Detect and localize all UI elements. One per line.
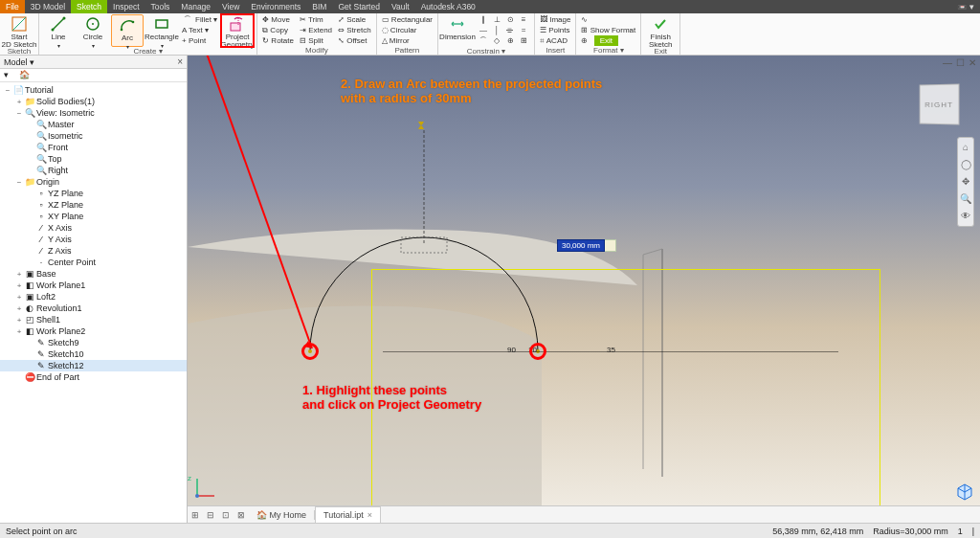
menu-getstarted[interactable]: Get Started <box>332 0 385 13</box>
menu-bim[interactable]: BIM <box>306 0 332 13</box>
tree-node[interactable]: ·Center Point <box>0 257 187 268</box>
canvas-area[interactable]: 90 10 35 30,000 mm 2. Draw an Arc betwee… <box>188 56 980 523</box>
points-button[interactable]: ☰ Points <box>538 25 572 35</box>
tree-node[interactable]: ▫XY Plane <box>0 211 187 222</box>
stretch-button[interactable]: ⇔ Stretch <box>336 25 373 35</box>
tree-node[interactable]: ⛔End of Part <box>0 371 187 383</box>
tree-node[interactable]: 🔍Master <box>0 119 187 130</box>
mirror-button[interactable]: △ Mirror <box>380 35 434 46</box>
rectangle-button[interactable]: Rectangle▾ <box>145 14 178 47</box>
tree-node[interactable]: ∕Z Axis <box>0 245 187 257</box>
filter-icon[interactable]: ▾ <box>4 70 15 81</box>
circ-pattern-button[interactable]: ◌ Circular <box>380 25 434 35</box>
rotate-button[interactable]: ↻ Rotate <box>260 35 296 46</box>
menu-file[interactable]: File <box>0 0 25 13</box>
tree-node[interactable]: ✎Sketch12 <box>0 360 187 371</box>
split-button[interactable]: ⊟ Split <box>298 35 334 46</box>
tab-close-icon[interactable]: × <box>368 510 372 520</box>
tree-node[interactable]: +▣Loft2 <box>0 291 187 303</box>
constr-row3[interactable]: ⌒◇⊕⊞ <box>476 35 531 46</box>
inventor-logo-icon[interactable] <box>955 482 974 502</box>
navigation-bar[interactable]: ⌂ ◯ ✥ 🔍 👁 <box>957 137 974 227</box>
tree-node[interactable]: −📁Origin <box>0 176 187 188</box>
tree-node[interactable]: 🔍Right <box>0 165 187 176</box>
fillet-button[interactable]: ⌒Fillet ▾ <box>180 14 219 25</box>
tree-node[interactable]: +◐Revolution1 <box>0 303 187 314</box>
menu-options[interactable]: 📼 ▾ <box>951 0 980 13</box>
vt-icon-2[interactable]: ⊟ <box>203 510 218 520</box>
menu-a360[interactable]: Autodesk A360 <box>415 0 481 13</box>
annotation-point-2 <box>529 343 546 360</box>
assy-icon[interactable]: 🏠 <box>19 70 31 81</box>
nav-look-icon[interactable]: 👁 <box>960 211 971 222</box>
exit-format-button[interactable]: Exit <box>594 35 618 46</box>
tree-node[interactable]: −🔍View: Isometric <box>0 107 187 119</box>
tree-node[interactable]: ▫YZ Plane <box>0 188 187 199</box>
browser-title[interactable]: Model ▾ <box>4 57 34 67</box>
tree-node[interactable]: ✎Sketch10 <box>0 348 187 360</box>
rect-pattern-button[interactable]: ▭ Rectangular <box>380 14 434 25</box>
model-tree[interactable]: −📄Tutorial+📁Solid Bodies(1)−🔍View: Isome… <box>0 82 187 523</box>
tree-node[interactable]: 🔍Front <box>0 142 187 153</box>
vt-icon-4[interactable]: ⊠ <box>234 510 249 520</box>
line-button[interactable]: Line▾ <box>42 14 75 47</box>
start-2d-sketch-button[interactable]: Start 2D Sketch <box>3 14 35 47</box>
maximize-icon[interactable]: ☐ <box>956 57 965 68</box>
tree-node[interactable]: −📄Tutorial <box>0 84 187 96</box>
constr-row1[interactable]: ∥⊥⊙≡ <box>476 14 531 25</box>
fmt3-button[interactable]: ⊕ Exit <box>579 35 637 46</box>
tree-node[interactable]: +◧Work Plane1 <box>0 280 187 291</box>
dimension-value[interactable]: 30,000 mm <box>557 239 605 252</box>
browser-close-icon[interactable]: × <box>177 56 183 67</box>
nav-zoom-icon[interactable]: 🔍 <box>960 193 971 205</box>
trim-button[interactable]: ✂ Trim <box>298 14 334 25</box>
menu-vault[interactable]: Vault <box>386 0 415 13</box>
tab-home[interactable]: 🏠 My Home <box>249 510 315 520</box>
point-button[interactable]: + Point <box>180 35 219 46</box>
menu-sketch[interactable]: Sketch <box>71 0 107 13</box>
nav-orbit-icon[interactable]: ◯ <box>960 159 971 170</box>
text-button[interactable]: A Text ▾ <box>180 25 219 35</box>
tree-node[interactable]: +◰Shell1 <box>0 314 187 325</box>
tree-node[interactable]: ▫XZ Plane <box>0 199 187 211</box>
tree-node[interactable]: 🔍Isometric <box>0 130 187 142</box>
dimension-spinner[interactable] <box>605 239 616 252</box>
offset-button[interactable]: ⤡ Offset <box>336 35 373 46</box>
tree-node[interactable]: +📁Solid Bodies(1) <box>0 96 187 107</box>
tree-node[interactable]: +◧Work Plane2 <box>0 325 187 337</box>
menu-3dmodel[interactable]: 3D Model <box>25 0 71 13</box>
tree-node[interactable]: ✎Sketch9 <box>0 337 187 348</box>
dimension-input[interactable]: 30,000 mm <box>557 239 616 252</box>
viewcube[interactable]: RIGHT <box>920 83 960 124</box>
constr-row2[interactable]: —│⌯= <box>476 25 531 35</box>
showformat-button[interactable]: ⊞ Show Format <box>579 25 637 35</box>
move-button[interactable]: ✥ Move <box>260 14 296 25</box>
tree-node[interactable]: ∕X Axis <box>0 222 187 234</box>
nav-pan-icon[interactable]: ✥ <box>960 176 971 188</box>
fmt1-button[interactable]: ∿ <box>579 14 637 25</box>
arc-button[interactable]: Arc▾ <box>111 14 144 47</box>
tab-document[interactable]: Tutorial.ipt× <box>315 506 381 523</box>
menu-tools[interactable]: Tools <box>145 0 176 13</box>
menu-inspect[interactable]: Inspect <box>107 0 145 13</box>
finish-sketch-button[interactable]: Finish Sketch <box>644 14 677 47</box>
menu-view[interactable]: View <box>216 0 245 13</box>
extend-button[interactable]: ⇥ Extend <box>298 25 334 35</box>
vt-icon-1[interactable]: ⊞ <box>188 510 203 520</box>
nav-home-icon[interactable]: ⌂ <box>960 142 971 153</box>
acad-button[interactable]: ⌗ ACAD <box>538 35 572 46</box>
scale-button[interactable]: ⤢ Scale <box>336 14 373 25</box>
close-icon[interactable]: ✕ <box>969 57 976 68</box>
menu-environments[interactable]: Environments <box>245 0 306 13</box>
minimize-icon[interactable]: — <box>943 57 952 68</box>
project-geometry-button[interactable]: Project Geometry <box>221 14 254 47</box>
tree-node[interactable]: 🔍Top <box>0 153 187 165</box>
circle-button[interactable]: Circle▾ <box>77 14 109 47</box>
image-button[interactable]: 🖼 Image <box>538 14 572 25</box>
menu-manage[interactable]: Manage <box>175 0 216 13</box>
vt-icon-3[interactable]: ⊡ <box>218 510 234 520</box>
tree-node[interactable]: ∕Y Axis <box>0 234 187 245</box>
copy-button[interactable]: ⧉ Copy <box>260 25 296 35</box>
dimension-button[interactable]: Dimension <box>441 14 474 47</box>
tree-node[interactable]: +▣Base <box>0 268 187 280</box>
